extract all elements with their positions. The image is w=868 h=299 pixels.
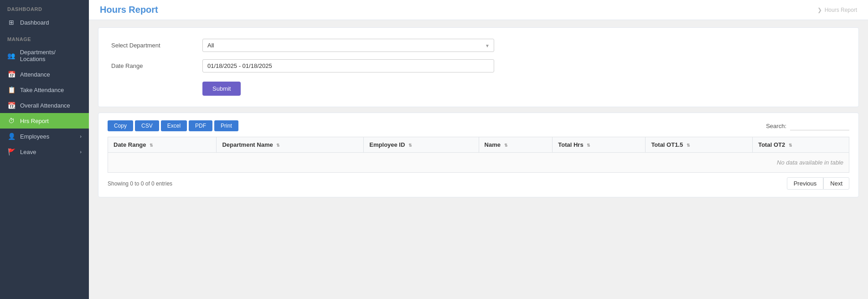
csv-button[interactable]: CSV: [135, 120, 159, 131]
previous-button[interactable]: Previous: [787, 177, 824, 190]
hrs-report-icon: ⏱: [7, 117, 16, 124]
col-date-range-label: Date Range: [114, 141, 146, 148]
sort-icon: ⇅: [276, 143, 280, 148]
date-range-label: Date Range: [111, 62, 202, 69]
filter-card: Select Department All Date Range Submit: [98, 27, 859, 107]
sidebar: DASHBOARD ⊞ Dashboard MANAGE 👥 Departmen…: [0, 0, 89, 299]
section-label-manage: MANAGE: [0, 30, 89, 45]
sort-icon: ⇅: [150, 143, 153, 148]
table-footer: Showing 0 to 0 of 0 entries Previous Nex…: [108, 177, 849, 190]
data-table: Date Range ⇅ Department Name ⇅ Employee …: [108, 137, 849, 173]
table-header: Date Range ⇅ Department Name ⇅ Employee …: [108, 137, 849, 153]
sidebar-item-departments[interactable]: 👥 Departments/ Locations: [0, 45, 89, 67]
excel-button[interactable]: Excel: [161, 120, 187, 131]
date-range-row: Date Range: [111, 59, 846, 72]
no-data-message: No data available in table: [108, 153, 849, 173]
col-ot2-label: Total OT2: [758, 141, 785, 148]
sidebar-item-label: Departments/ Locations: [20, 49, 82, 62]
table-actions: Copy CSV Excel PDF Print Search:: [108, 120, 849, 131]
col-date-range[interactable]: Date Range ⇅: [108, 137, 217, 153]
col-name-label: Name: [485, 141, 501, 148]
sidebar-item-attendance[interactable]: 📅 Attendance: [0, 67, 89, 82]
sort-icon: ⇅: [408, 143, 412, 148]
overall-attendance-icon: 📆: [7, 102, 16, 109]
breadcrumb: ❯ Hours Report: [817, 7, 857, 13]
department-select[interactable]: All: [202, 39, 494, 52]
department-select-wrapper: All: [202, 39, 494, 52]
col-totalhrs-label: Total Hrs: [558, 141, 583, 148]
col-total-hrs[interactable]: Total Hrs ⇅: [553, 137, 646, 153]
sort-icon: ⇅: [789, 143, 792, 148]
col-ot15-label: Total OT1.5: [651, 141, 683, 148]
main-content: Hours Report ❯ Hours Report Select Depar…: [89, 0, 868, 299]
page-title: Hours Report: [100, 5, 158, 15]
breadcrumb-current: Hours Report: [825, 7, 857, 13]
sort-icon: ⇅: [504, 143, 508, 148]
department-row: Select Department All: [111, 39, 846, 52]
col-total-ot1-5[interactable]: Total OT1.5 ⇅: [646, 137, 753, 153]
table-body: No data available in table: [108, 153, 849, 173]
sidebar-item-dashboard[interactable]: ⊞ Dashboard: [0, 15, 89, 30]
leave-icon: 🚩: [7, 148, 16, 155]
dashboard-icon: ⊞: [7, 19, 16, 26]
pagination: Previous Next: [787, 177, 849, 190]
search-input[interactable]: [790, 121, 849, 130]
sidebar-item-employees[interactable]: 👤 Employees ›: [0, 129, 89, 144]
table-card: Copy CSV Excel PDF Print Search: Date Ra…: [98, 113, 859, 197]
sidebar-item-hrs-report[interactable]: ⏱ Hrs Report: [0, 113, 89, 129]
col-empid-label: Employee ID: [369, 141, 405, 148]
sidebar-item-label: Take Attendance: [20, 87, 64, 93]
submit-button[interactable]: Submit: [202, 82, 241, 96]
no-data-row: No data available in table: [108, 153, 849, 173]
sidebar-item-label: Hrs Report: [20, 118, 49, 124]
departments-icon: 👥: [7, 52, 16, 59]
chevron-right-icon: ›: [80, 149, 82, 155]
attendance-icon: 📅: [7, 71, 16, 78]
sidebar-item-take-attendance[interactable]: 📋 Take Attendance: [0, 82, 89, 98]
employees-icon: 👤: [7, 133, 16, 140]
take-attendance-icon: 📋: [7, 86, 16, 93]
search-bar: Search:: [766, 121, 849, 130]
sidebar-item-label: Overall Attendance: [20, 102, 70, 109]
sidebar-item-leave[interactable]: 🚩 Leave ›: [0, 144, 89, 160]
date-range-input[interactable]: [202, 59, 494, 72]
sidebar-item-label: Attendance: [20, 71, 50, 78]
showing-text: Showing 0 to 0 of 0 entries: [108, 180, 172, 187]
sidebar-item-label: Employees: [20, 133, 49, 140]
sidebar-section-dashboard: DASHBOARD ⊞ Dashboard: [0, 0, 89, 30]
department-label: Select Department: [111, 42, 202, 49]
next-button[interactable]: Next: [823, 177, 849, 190]
col-dept-label: Department Name: [222, 141, 273, 148]
col-name[interactable]: Name ⇅: [479, 137, 553, 153]
col-employee-id[interactable]: Employee ID ⇅: [364, 137, 479, 153]
col-total-ot2[interactable]: Total OT2 ⇅: [753, 137, 849, 153]
chevron-right-icon: ›: [80, 134, 82, 139]
sort-icon: ⇅: [587, 143, 590, 148]
breadcrumb-arrow: ❯: [817, 7, 822, 13]
sidebar-item-overall-attendance[interactable]: 📆 Overall Attendance: [0, 98, 89, 113]
sidebar-section-manage: MANAGE 👥 Departments/ Locations 📅 Attend…: [0, 30, 89, 160]
pdf-button[interactable]: PDF: [189, 120, 212, 131]
section-label-dashboard: DASHBOARD: [0, 0, 89, 15]
sort-icon: ⇅: [687, 143, 690, 148]
copy-button[interactable]: Copy: [108, 120, 133, 131]
print-button[interactable]: Print: [214, 120, 238, 131]
sidebar-item-label: Dashboard: [20, 19, 49, 26]
search-label: Search:: [766, 123, 786, 129]
col-department-name[interactable]: Department Name ⇅: [217, 137, 364, 153]
sidebar-item-label: Leave: [20, 149, 36, 155]
topbar: Hours Report ❯ Hours Report: [89, 0, 868, 20]
